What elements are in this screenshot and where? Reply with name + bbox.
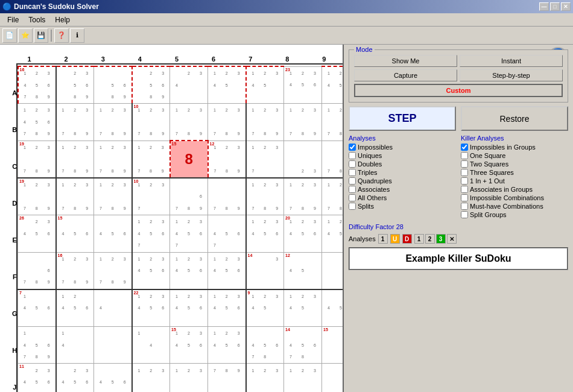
cell-d9[interactable]: 123 789 — [322, 178, 344, 215]
checkbox-one-square[interactable] — [461, 152, 468, 159]
cell-f5[interactable]: 123 456 — [170, 252, 208, 289]
cell-h3[interactable] — [94, 326, 132, 364]
cell-b8[interactable]: 123 789 — [284, 104, 322, 141]
cell-a4[interactable]: 23 56 89 — [132, 66, 170, 104]
cell-g8[interactable]: 123 45 — [284, 289, 322, 327]
checkbox-1in1out[interactable] — [461, 177, 468, 185]
checkbox-all-others[interactable] — [349, 194, 356, 201]
cell-c9[interactable]: 789 — [322, 141, 344, 178]
cell-f2[interactable]: 16 123 789 — [56, 252, 94, 289]
instant-button[interactable]: Instant — [460, 55, 563, 67]
cell-b7[interactable]: 123 789 — [246, 104, 284, 141]
cell-d8[interactable]: 123 789 — [284, 178, 322, 215]
save-button[interactable]: 💾 — [34, 28, 48, 43]
cell-j5[interactable]: 123 789 — [170, 364, 208, 392]
star-button[interactable]: ⭐ — [18, 28, 33, 43]
checkbox-must-have-combos[interactable] — [461, 203, 468, 210]
cell-c3[interactable]: 123 789 — [94, 141, 132, 178]
cell-j9[interactable]: 6 — [322, 364, 344, 392]
cell-b4[interactable]: 10 123 789 — [132, 104, 170, 141]
cell-a7[interactable]: 123 45 — [246, 66, 284, 104]
cell-b9[interactable]: 123 789 — [322, 104, 344, 141]
cell-g5[interactable]: 123 456 — [170, 289, 208, 327]
cell-c1[interactable]: 19 123 789 — [18, 141, 56, 178]
cell-e2[interactable]: 15 456 — [56, 215, 94, 252]
info-button[interactable]: ℹ — [70, 28, 84, 43]
step-by-step-button[interactable]: Step-by-step — [460, 69, 563, 81]
cell-j8[interactable]: 123 789 — [284, 364, 322, 392]
checkbox-associates[interactable] — [349, 186, 356, 193]
cell-d2[interactable]: 123 789 — [56, 178, 94, 215]
cell-g2[interactable]: 12 456 — [56, 289, 94, 327]
sudoku-grid[interactable]: 16 123 456 789 23 56 — [16, 63, 344, 392]
checkbox-split-groups[interactable] — [461, 211, 468, 218]
cell-g6[interactable]: 123 456 — [208, 289, 246, 327]
checkbox-impossibles-groups[interactable] — [461, 144, 468, 151]
cell-f1[interactable]: 6 789 — [18, 252, 56, 289]
cell-h4[interactable]: 1 4 — [132, 326, 170, 364]
cell-j4[interactable]: 123 789 — [132, 364, 170, 392]
cell-b1[interactable]: 123 456 789 — [18, 104, 56, 141]
cell-h2[interactable]: 1 4 — [56, 326, 94, 364]
menu-help[interactable]: Help — [50, 14, 75, 25]
cell-e6[interactable]: 456 7 — [208, 215, 246, 252]
cell-a9[interactable]: 123 456 — [322, 66, 344, 104]
cell-f8[interactable]: 12 45 — [284, 252, 322, 289]
cell-j3[interactable]: 456 789 — [94, 364, 132, 392]
cell-h9[interactable]: 15 6 — [322, 326, 344, 364]
cell-a6[interactable]: 123 45 — [208, 66, 246, 104]
cell-b3[interactable]: 123 789 — [94, 104, 132, 141]
minimize-button[interactable]: — — [539, 2, 549, 11]
cell-g4[interactable]: 22 123 456 — [132, 289, 170, 327]
checkbox-splits[interactable] — [349, 203, 356, 210]
cell-e1[interactable]: 26 23 456 — [18, 215, 56, 252]
restore-button[interactable]: Restore — [461, 106, 568, 131]
checkbox-three-squares[interactable] — [461, 169, 468, 176]
cell-b2[interactable]: 123 789 — [56, 104, 94, 141]
cell-e9[interactable]: 123 456 — [322, 215, 344, 252]
cell-a1[interactable]: 16 123 456 789 — [18, 66, 56, 104]
cell-h7[interactable]: 456 78 — [246, 326, 284, 364]
cell-f7[interactable]: 14 3 — [246, 252, 284, 289]
cell-d1[interactable]: 19 123 789 — [18, 178, 56, 215]
cell-e5[interactable]: 123 456 7 — [170, 215, 208, 252]
cell-a8[interactable]: 23 123 456 — [284, 66, 322, 104]
help-button[interactable]: ❓ — [54, 28, 69, 43]
cell-e4[interactable]: 123 456 7 — [132, 215, 170, 252]
cell-d7[interactable]: 123 789 — [246, 178, 284, 215]
new-button[interactable]: 📄 — [2, 28, 17, 43]
close-button[interactable]: ✕ — [561, 2, 571, 11]
cell-j7[interactable]: 123 789 — [246, 364, 284, 392]
maximize-button[interactable]: □ — [550, 2, 560, 11]
cell-j1[interactable]: 11 23 456 789 — [18, 364, 56, 392]
cell-c4[interactable]: 123 789 — [132, 141, 170, 178]
cell-c2[interactable]: 123 789 — [56, 141, 94, 178]
cell-g7[interactable]: 9 123 45 — [246, 289, 284, 327]
cell-d4[interactable]: 10 123 7 — [132, 178, 170, 215]
cell-h6[interactable]: 123 456 — [208, 326, 246, 364]
checkbox-impossibles[interactable] — [349, 144, 356, 151]
checkbox-doubles[interactable] — [349, 160, 356, 168]
cell-f3[interactable]: 123 789 — [94, 252, 132, 289]
cell-g3[interactable]: 4 — [94, 289, 132, 327]
cell-h5[interactable]: 15 123 456 — [170, 326, 208, 364]
cell-e8[interactable]: 20 123 456 — [284, 215, 322, 252]
cell-b5[interactable]: 123 789 — [170, 104, 208, 141]
cell-c6[interactable]: 12 123 789 — [208, 141, 246, 178]
checkbox-associates-groups[interactable] — [461, 186, 468, 193]
checkbox-uniques[interactable] — [349, 152, 356, 159]
cell-e3[interactable]: 456 — [94, 215, 132, 252]
custom-button[interactable]: Custom — [354, 84, 563, 97]
menu-tools[interactable]: Tools — [24, 14, 50, 25]
cell-h1[interactable]: 1 456 789 — [18, 326, 56, 364]
cell-d5[interactable]: 6 789 — [170, 178, 208, 215]
cell-c5[interactable]: 15 8 — [170, 141, 208, 178]
step-button[interactable]: STEP — [349, 106, 456, 131]
cell-j2[interactable]: 23 456 789 — [56, 364, 94, 392]
checkbox-impossible-combos[interactable] — [461, 194, 468, 201]
cell-c8[interactable]: 23 — [284, 141, 322, 178]
checkbox-quadruples[interactable] — [349, 177, 356, 185]
cell-a3[interactable]: 56 89 — [94, 66, 132, 104]
cell-f4[interactable]: 123 456 — [132, 252, 170, 289]
cell-h8[interactable]: 14 456 78 — [284, 326, 322, 364]
